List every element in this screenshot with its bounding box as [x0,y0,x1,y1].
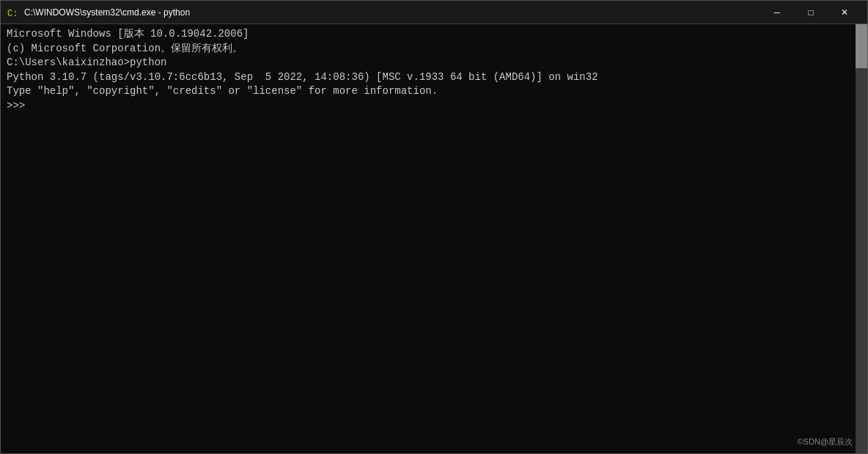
terminal-line-3: C:\Users\kaixinzhao>python [7,56,861,70]
window-title: C:\WINDOWS\system32\cmd.exe - python [24,7,190,18]
window-controls: ─ □ ✕ [760,1,861,24]
title-bar: C:\ C:\WINDOWS\system32\cmd.exe - python… [1,1,867,24]
cmd-window: C:\ C:\WINDOWS\system32\cmd.exe - python… [0,0,868,454]
terminal-content: Microsoft Windows [版本 10.0.19042.2006] (… [7,27,861,114]
watermark: ©SDN@星辰次 [798,436,853,447]
terminal-line-5: Type "help", "copyright", "credits" or "… [7,84,861,99]
terminal-line-1: (c) Microsoft Corporation。保留所有权利。 [7,42,861,56]
maximize-button[interactable]: □ [794,1,828,24]
scrollbar[interactable] [856,24,867,453]
scrollbar-thumb[interactable] [856,24,867,68]
title-bar-left: C:\ C:\WINDOWS\system32\cmd.exe - python [7,7,190,18]
terminal-body[interactable]: Microsoft Windows [版本 10.0.19042.2006] (… [1,24,867,453]
terminal-line-4: Python 3.10.7 (tags/v3.10.7:6cc6b13, Sep… [7,70,861,85]
terminal-prompt: >>> [7,99,861,114]
terminal-line-0: Microsoft Windows [版本 10.0.19042.2006] [7,27,861,42]
close-button[interactable]: ✕ [828,1,861,24]
cmd-icon: C:\ [7,7,18,18]
svg-text:C:\: C:\ [7,9,18,18]
minimize-button[interactable]: ─ [760,1,794,24]
